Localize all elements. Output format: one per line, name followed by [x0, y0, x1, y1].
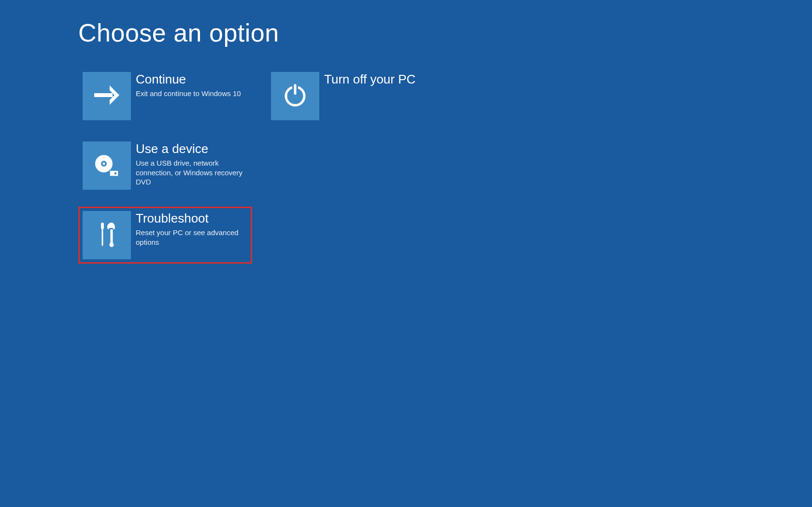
- svg-point-11: [110, 243, 114, 247]
- power-icon: [284, 83, 307, 110]
- options-grid: Continue Exit and continue to Windows 10: [78, 68, 812, 264]
- recovery-options-screen: Choose an option Continue: [0, 0, 812, 264]
- option-continue[interactable]: Continue Exit and continue to Windows 10: [78, 68, 252, 125]
- troubleshoot-text: Troubleshoot Reset your PC or see advanc…: [131, 211, 248, 247]
- svg-rect-14: [294, 84, 297, 95]
- svg-rect-6: [114, 172, 116, 174]
- option-turn-off[interactable]: Turn off your PC: [267, 68, 441, 125]
- arrow-right-icon: [94, 85, 119, 107]
- troubleshoot-description: Reset your PC or see advanced options: [136, 228, 248, 247]
- svg-rect-8: [102, 229, 103, 244]
- turn-off-tile: [271, 72, 319, 120]
- options-column-right: Turn off your PC: [267, 68, 441, 264]
- troubleshoot-tile: [83, 211, 131, 259]
- svg-rect-0: [94, 93, 113, 97]
- tools-icon: [95, 221, 118, 250]
- troubleshoot-title: Troubleshoot: [136, 211, 248, 226]
- use-device-title: Use a device: [136, 141, 248, 156]
- continue-tile: [83, 72, 131, 120]
- turn-off-title: Turn off your PC: [324, 72, 415, 87]
- continue-text: Continue Exit and continue to Windows 10: [131, 72, 241, 99]
- svg-rect-7: [101, 223, 104, 229]
- use-device-text: Use a device Use a USB drive, network co…: [131, 141, 248, 187]
- svg-marker-9: [101, 244, 103, 247]
- use-device-tile: [83, 141, 131, 190]
- svg-rect-5: [110, 170, 118, 176]
- continue-title: Continue: [136, 72, 241, 87]
- svg-point-4: [103, 163, 105, 165]
- svg-rect-10: [111, 229, 113, 245]
- page-title: Choose an option: [78, 18, 812, 47]
- option-troubleshoot[interactable]: Troubleshoot Reset your PC or see advanc…: [78, 207, 252, 264]
- options-column-left: Continue Exit and continue to Windows 10: [78, 68, 252, 264]
- turn-off-text: Turn off your PC: [319, 72, 415, 87]
- option-use-device[interactable]: Use a device Use a USB drive, network co…: [78, 137, 252, 194]
- continue-description: Exit and continue to Windows 10: [136, 89, 241, 99]
- use-device-description: Use a USB drive, network connection, or …: [136, 158, 248, 187]
- device-icon: [93, 152, 120, 179]
